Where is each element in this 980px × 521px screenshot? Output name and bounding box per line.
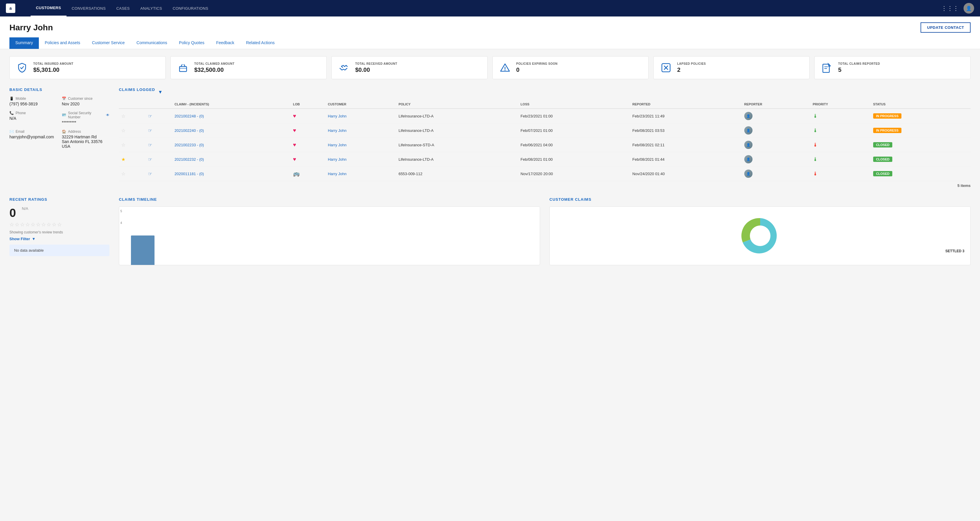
ratings-subtitle: Showing customer's review trends [10,230,110,234]
cell-reporter: 👤 [742,152,810,167]
mobile-icon: 📱 [10,97,14,101]
col-loss: LOSS [518,100,630,108]
reporter-avatar: 👤 [744,141,752,149]
x-circle-icon [660,61,673,74]
detail-ssn: 🪪 Social Security Number 👁 ********* [62,111,110,125]
cell-lob: ♥ [291,123,326,138]
card-value-claims-reported: 5 [838,67,880,73]
claim-link[interactable]: 2021002240 - (0) [175,128,204,133]
avatar[interactable]: 👤 [964,3,974,14]
customer-link[interactable]: Harry John [328,143,347,147]
nav-configurations[interactable]: CONFIGURATIONS [167,0,214,16]
star-icon[interactable]: ☆ [121,171,126,176]
status-badge: IN PROGRESS [873,113,901,119]
cell-lob: 🚌 [291,167,326,181]
page-header: Harry John UPDATE CONTACT Summary Polici… [0,16,980,49]
customer-link[interactable]: Harry John [328,157,347,162]
star-icon[interactable]: ☆ [121,114,126,119]
calendar-icon: 📅 [62,97,66,101]
tab-summary[interactable]: Summary [10,37,39,49]
nav-cases[interactable]: CASES [111,0,135,16]
col-reporter: REPORTER [742,100,810,108]
filter-icon[interactable]: ▼ [158,89,163,95]
customer-claims-title: CUSTOMER CLAIMS [549,197,970,202]
customer-link[interactable]: Harry John [328,128,347,133]
detail-customer-since: 📅 Customer since Nov 2020 [62,97,110,106]
home-icon: 🏠 [62,129,66,134]
status-badge: CLOSED [873,171,892,176]
cell-claim: 2021002248 - (0) [172,108,291,123]
summary-cards: TOTAL INSURED AMOUNT $5,301.00 TOTAL CLA… [10,56,970,79]
customer-link[interactable]: Harry John [328,172,347,176]
cell-priority: 🌡 [810,108,871,123]
status-badge: CLOSED [873,142,892,147]
email-icon: ✉️ [10,129,14,134]
tab-policies-and-assets[interactable]: Policies and Assets [39,37,86,49]
update-contact-button[interactable]: UPDATE CONTACT [921,22,970,33]
show-filter-button[interactable]: Show Filter ▼ [10,237,110,241]
cell-loss: Feb/23/2021 01:00 [518,108,630,123]
card-claims-reported: TOTAL CLAIMS REPORTED 5 [814,56,970,79]
cell-customer: Harry John [326,152,396,167]
cell-reported: Feb/23/2021 11:49 [630,108,742,123]
detail-email-value: harryjohn@yopmail.com [10,134,57,139]
claim-link[interactable]: 2021002232 - (0) [175,157,204,162]
nav-customers[interactable]: CUSTOMERS [30,0,67,16]
star-icon[interactable]: ★ [121,157,126,162]
top-navigation: a CUSTOMERS CONVERSATIONS CASES ANALYTIC… [0,0,980,16]
cell-lob: ♥ [291,152,326,167]
cell-status: CLOSED [871,138,970,152]
svg-point-2 [505,70,506,71]
cell-star: ★ [119,152,146,167]
tab-related-actions[interactable]: Related Actions [240,37,280,49]
appian-logo[interactable]: a [6,3,15,13]
col-claim: CLAIM# - (INCIDENTS) [172,100,291,108]
cell-touch: ☞ [146,138,172,152]
basket-icon [177,61,189,74]
lob-heart-icon: ♥ [293,156,296,162]
tab-feedback[interactable]: Feedback [210,37,240,49]
touch-icon[interactable]: ☞ [148,114,152,119]
customer-link[interactable]: Harry John [328,114,347,118]
tab-customer-service[interactable]: Customer Service [86,37,130,49]
customer-claims: CUSTOMER CLAIMS SETTLED 3 [549,197,970,265]
card-total-claimed: TOTAL CLAIMED AMOUNT $32,500.00 [170,56,327,79]
phone-icon: 📞 [10,111,14,115]
no-data-box: No data available [10,245,110,256]
bottom-section: RECENT RATINGS 0 N/A ☆☆☆☆☆☆☆☆☆☆ Showing … [10,197,970,265]
cell-claim: 2021002233 - (0) [172,138,291,152]
col-touch [146,100,172,108]
card-label-insured: TOTAL INSURED AMOUNT [33,62,73,65]
nav-conversations[interactable]: CONVERSATIONS [67,0,111,16]
cell-reported: Feb/08/2021 01:44 [630,152,742,167]
cell-lob: ♥ [291,108,326,123]
claim-link[interactable]: 2020011181 - (0) [175,172,204,176]
claims-table: CLAIM# - (INCIDENTS) LOB CUSTOMER POLICY… [119,100,970,181]
star-icon[interactable]: ☆ [121,142,126,147]
chart-bar [131,236,154,265]
star-icon[interactable]: ☆ [121,128,126,133]
detail-customer-since-value: Nov 2020 [62,102,110,106]
col-status: STATUS [871,100,970,108]
visibility-icon[interactable]: 👁 [106,113,110,117]
card-value-expiring: 0 [516,67,557,73]
tab-policy-quotes[interactable]: Policy Quotes [173,37,210,49]
claim-link[interactable]: 2021002248 - (0) [175,114,204,118]
basic-details-title: BASIC DETAILS [10,88,110,92]
touch-icon[interactable]: ☞ [148,171,152,176]
donut-hole [750,225,770,246]
touch-icon[interactable]: ☞ [148,142,152,147]
claim-link[interactable]: 2021002233 - (0) [175,143,204,147]
nav-analytics[interactable]: ANALYTICS [135,0,167,16]
filter-funnel-icon: ▼ [32,237,36,241]
id-icon: 🪪 [62,113,66,117]
chart-area: 5 4 [119,206,540,265]
cell-touch: ☞ [146,108,172,123]
touch-icon[interactable]: ☞ [148,128,152,133]
page-title-row: Harry John UPDATE CONTACT [10,22,970,33]
touch-icon[interactable]: ☞ [148,157,152,162]
tab-communications[interactable]: Communications [130,37,173,49]
grid-icon[interactable]: ⋮⋮⋮ [941,5,959,12]
detail-email: ✉️ Email harryjohn@yopmail.com [10,129,57,149]
cell-priority: 🌡 [810,167,871,181]
